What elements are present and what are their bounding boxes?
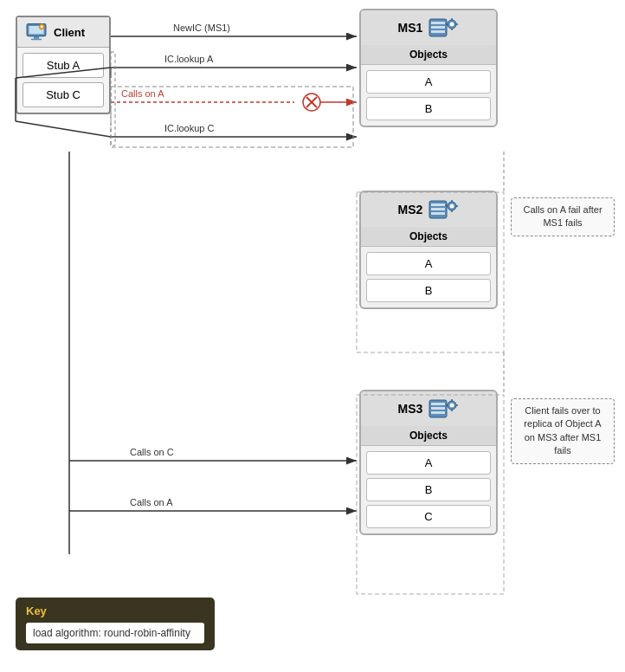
ms2-icon bbox=[428, 197, 459, 222]
stub-c-box: Stub C bbox=[23, 82, 104, 107]
ic-lookup-a-label: IC.lookup A bbox=[164, 54, 214, 64]
ms1-title: MS1 bbox=[398, 21, 423, 35]
svg-point-5 bbox=[41, 25, 43, 28]
ms2-box: MS2 Objects A B bbox=[359, 191, 498, 309]
svg-rect-3 bbox=[31, 39, 42, 41]
ms2-header: MS2 bbox=[361, 192, 496, 227]
ms2-callout: Calls on A fail after MS1 fails bbox=[511, 197, 615, 236]
ms2-objects-label: Objects bbox=[361, 227, 496, 247]
ms3-objects-label: Objects bbox=[361, 426, 496, 446]
ms3-box: MS3 Objects A B C bbox=[359, 390, 498, 535]
key-box: Key load algorithm: round-robin-affinity bbox=[16, 598, 215, 650]
ms1-obj-b: B bbox=[366, 97, 491, 120]
svg-rect-58 bbox=[111, 52, 115, 145]
svg-point-41 bbox=[303, 94, 320, 111]
newic-label: NewIC (MS1) bbox=[173, 23, 230, 33]
calls-on-c-label: Calls on C bbox=[130, 447, 174, 457]
key-algorithm: load algorithm: round-robin-affinity bbox=[26, 623, 204, 643]
svg-rect-18 bbox=[431, 208, 445, 210]
svg-rect-29 bbox=[431, 411, 445, 414]
ms2-title: MS2 bbox=[398, 203, 423, 216]
svg-rect-19 bbox=[431, 212, 445, 215]
svg-line-42 bbox=[306, 97, 317, 107]
svg-point-21 bbox=[450, 204, 454, 209]
ms3-obj-b: B bbox=[366, 478, 491, 501]
client-stubs: Stub A Stub C bbox=[17, 48, 109, 113]
ic-lookup-c-label: IC.lookup C bbox=[164, 123, 215, 133]
svg-point-31 bbox=[450, 404, 454, 408]
stub-a-box: Stub A bbox=[23, 53, 104, 78]
svg-line-56 bbox=[16, 121, 111, 137]
svg-point-11 bbox=[450, 23, 454, 27]
ms1-obj-a: A bbox=[366, 70, 491, 94]
svg-rect-27 bbox=[431, 403, 445, 405]
calls-on-a-label: Calls on A bbox=[121, 88, 164, 99]
ms1-box: MS1 Objects A B bbox=[359, 9, 498, 127]
calls-on-a2-label: Calls on A bbox=[130, 497, 173, 507]
key-title: Key bbox=[26, 604, 204, 617]
ms3-objects: A B C bbox=[361, 446, 496, 533]
client-title: Client bbox=[54, 26, 85, 39]
svg-rect-46 bbox=[111, 87, 353, 147]
svg-line-43 bbox=[306, 97, 317, 107]
ms1-header: MS1 bbox=[361, 10, 496, 45]
svg-rect-9 bbox=[431, 30, 445, 33]
svg-rect-8 bbox=[431, 26, 445, 29]
client-header: Client bbox=[17, 17, 109, 48]
ms1-icon bbox=[428, 16, 459, 40]
ms3-icon bbox=[428, 397, 459, 421]
ms3-title: MS3 bbox=[398, 402, 423, 416]
ms1-objects: A B bbox=[361, 65, 496, 126]
svg-rect-28 bbox=[431, 407, 445, 410]
ms3-callout: Client fails over to replica of Object A… bbox=[511, 398, 615, 464]
ms2-obj-a: A bbox=[366, 252, 491, 275]
ms3-obj-c: C bbox=[366, 505, 491, 528]
ms3-obj-a: A bbox=[366, 451, 491, 475]
ms2-obj-b: B bbox=[366, 279, 491, 302]
svg-rect-7 bbox=[431, 22, 445, 24]
ms1-objects-label: Objects bbox=[361, 45, 496, 65]
client-icon bbox=[24, 23, 48, 42]
svg-rect-2 bbox=[34, 36, 39, 39]
svg-rect-17 bbox=[431, 204, 445, 206]
client-box: Client Stub A Stub C bbox=[16, 16, 111, 114]
ms3-header: MS3 bbox=[361, 391, 496, 426]
ms2-objects: A B bbox=[361, 247, 496, 307]
diagram-container: Client Stub A Stub C MS1 Objects bbox=[0, 0, 625, 672]
